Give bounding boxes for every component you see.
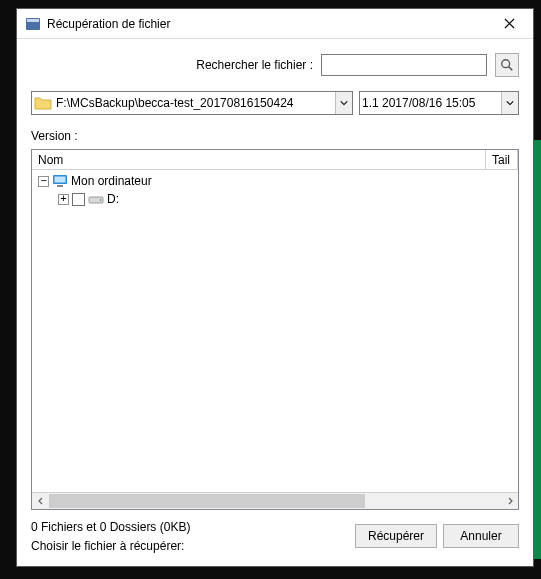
drive-icon [88,191,104,207]
recover-button[interactable]: Récupérer [355,524,437,548]
summary-text: 0 Fichiers et 0 Dossiers (0KB) [31,518,347,537]
version-label: Version : [31,129,519,143]
svg-rect-5 [55,177,66,183]
list-body[interactable]: − Mon ordinateur + D: [32,170,518,492]
path-combo[interactable]: F:\MCsBackup\becca-test_20170816150424 [31,91,353,115]
hint-text: Choisir le fichier à récupérer: [31,537,347,556]
tree-row-root[interactable]: − Mon ordinateur [32,172,518,190]
file-list: Nom Tail − Mon ordinateur + D: [31,149,519,510]
expand-icon[interactable]: + [58,194,69,205]
scroll-thumb[interactable] [49,494,365,508]
scroll-left-button[interactable] [32,493,49,509]
svg-point-8 [100,199,102,201]
scroll-right-button[interactable] [501,493,518,509]
path-combo-text: F:\MCsBackup\becca-test_20170816150424 [56,96,335,110]
svg-rect-6 [57,185,63,187]
horizontal-scrollbar[interactable] [32,492,518,509]
svg-point-2 [502,60,510,68]
folder-icon [34,94,52,112]
app-icon [25,16,41,32]
list-header: Nom Tail [32,150,518,170]
close-button[interactable] [489,10,529,38]
footer-buttons: Récupérer Annuler [355,524,519,548]
search-input[interactable] [321,54,487,76]
scroll-track[interactable] [49,493,501,509]
tree-label: Mon ordinateur [71,174,152,188]
path-row: F:\MCsBackup\becca-test_20170816150424 1… [31,91,519,115]
column-name[interactable]: Nom [32,150,486,169]
background-accent [533,140,541,559]
checkbox[interactable] [72,193,85,206]
chevron-down-icon[interactable] [335,92,352,114]
version-combo[interactable]: 1.1 2017/08/16 15:05 [359,91,519,115]
dialog-window: Récupération de fichier Rechercher le fi… [16,8,534,567]
title-bar: Récupération de fichier [17,9,533,39]
client-area: Rechercher le fichier : F:\MCsBackup\bec… [17,39,533,566]
search-label: Rechercher le fichier : [196,58,313,72]
search-row: Rechercher le fichier : [31,53,519,77]
search-button[interactable] [495,53,519,77]
svg-line-3 [509,67,513,71]
tree-label: D: [107,192,119,206]
tree-row-drive[interactable]: + D: [32,190,518,208]
column-size[interactable]: Tail [486,150,518,169]
window-title: Récupération de fichier [47,17,489,31]
footer: 0 Fichiers et 0 Dossiers (0KB) Choisir l… [31,518,519,556]
footer-info: 0 Fichiers et 0 Dossiers (0KB) Choisir l… [31,518,347,556]
computer-icon [52,173,68,189]
collapse-icon[interactable]: − [38,176,49,187]
version-combo-text: 1.1 2017/08/16 15:05 [362,96,501,110]
chevron-down-icon[interactable] [501,92,518,114]
svg-rect-1 [27,19,39,22]
cancel-button[interactable]: Annuler [443,524,519,548]
